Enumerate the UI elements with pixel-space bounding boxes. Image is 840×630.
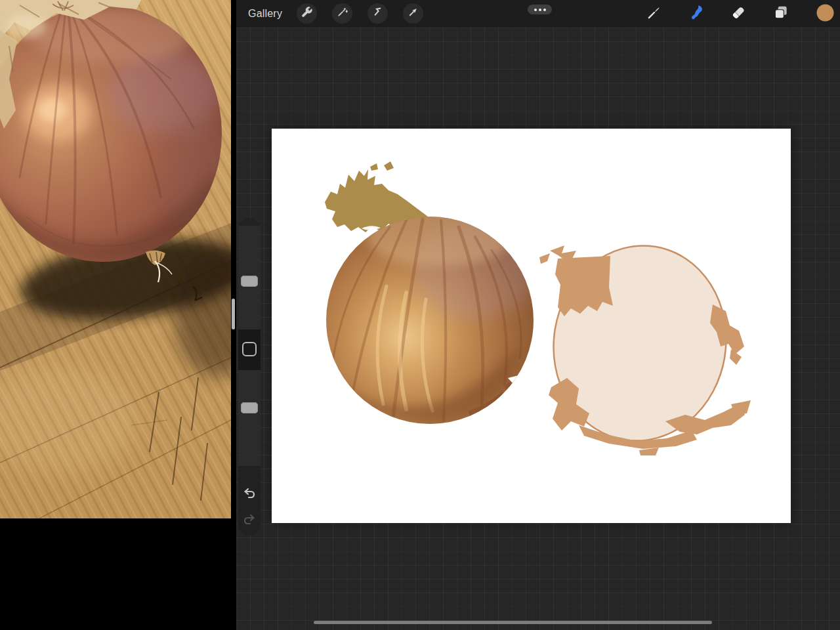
split-view-divider-handle[interactable]: [232, 299, 235, 329]
layers-icon: [772, 4, 789, 24]
smudge-tool-button[interactable]: [687, 5, 705, 23]
side-control-bar: [238, 218, 261, 536]
reference-photo: [0, 0, 231, 518]
layers-button[interactable]: [772, 5, 790, 23]
drawing-canvas[interactable]: [272, 129, 791, 523]
transform-button[interactable]: [403, 3, 423, 24]
opacity-slider-handle[interactable]: [241, 402, 258, 413]
procreate-app: Gallery: [236, 0, 840, 630]
undo-icon: [242, 493, 257, 504]
erase-tool-button[interactable]: [729, 5, 747, 23]
color-swatch: [816, 4, 834, 24]
actions-button[interactable]: [297, 3, 317, 24]
painted-onion: [326, 207, 537, 424]
ellipsis-icon: [534, 9, 537, 11]
canvas-artwork: [272, 129, 791, 523]
gallery-button[interactable]: Gallery: [248, 0, 282, 28]
brush-size-slider-handle[interactable]: [241, 276, 258, 287]
undo-button[interactable]: [242, 486, 257, 502]
magic-wand-icon: [336, 6, 348, 21]
adjustments-button[interactable]: [332, 3, 352, 24]
modify-button[interactable]: [242, 342, 257, 356]
transform-arrow-icon: [407, 6, 419, 21]
selection-s-icon: [371, 6, 384, 21]
top-toolbar: Gallery: [236, 0, 840, 28]
brush-icon: [646, 4, 663, 24]
selection-button[interactable]: [368, 3, 388, 24]
paint-tool-button[interactable]: [645, 5, 663, 23]
flat-onion-silhouette: [539, 233, 751, 455]
redo-icon: [242, 519, 257, 530]
wrench-icon: [301, 6, 313, 21]
opacity-slider[interactable]: [238, 370, 261, 466]
eraser-icon: [730, 4, 747, 24]
split-view-left-pane: [0, 0, 236, 630]
redo-button[interactable]: [242, 513, 257, 528]
home-indicator[interactable]: [314, 621, 712, 624]
smudge-icon: [687, 3, 705, 24]
reference-photo-image: [0, 0, 231, 518]
window-handle[interactable]: [528, 5, 552, 14]
color-swatch-button[interactable]: [816, 5, 834, 23]
